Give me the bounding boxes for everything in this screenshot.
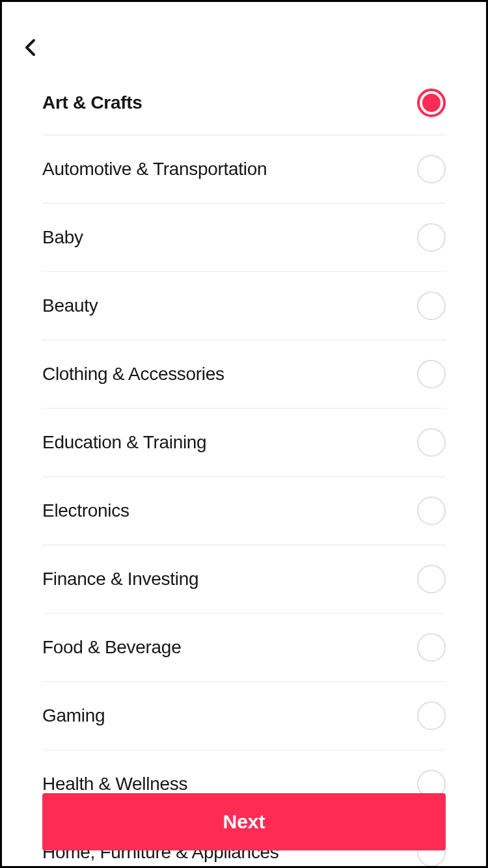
radio-button[interactable] [417,360,446,388]
radio-button[interactable] [417,223,446,252]
category-item[interactable]: Automotive & Transportation [42,135,446,204]
radio-button[interactable] [417,292,446,320]
category-label: Gaming [42,705,105,726]
radio-button[interactable] [417,428,446,457]
category-list: Art & CraftsAutomotive & TransportationB… [2,70,486,868]
category-label: Education & Training [42,432,206,453]
radio-button[interactable] [417,496,446,525]
category-item[interactable]: Education & Training [42,409,446,477]
radio-button[interactable] [417,633,446,662]
radio-button[interactable] [417,155,446,183]
category-label: Food & Beverage [42,637,181,658]
category-item[interactable]: Gaming [42,682,446,750]
back-icon[interactable] [21,38,41,57]
category-label: Electronics [42,500,129,521]
category-item[interactable]: Art & Crafts [42,70,446,135]
category-label: Clothing & Accessories [42,364,224,385]
category-label: Automotive & Transportation [42,159,267,180]
category-item[interactable]: Baby [42,204,446,272]
category-label: Beauty [42,295,98,316]
category-label: Finance & Investing [42,569,198,590]
category-item[interactable]: Food & Beverage [42,614,446,682]
category-item[interactable]: Clothing & Accessories [42,340,446,409]
category-label: Art & Crafts [42,92,142,113]
category-label: Baby [42,227,83,248]
category-item[interactable]: Beauty [42,272,446,340]
category-item[interactable]: Finance & Investing [42,545,446,614]
category-item[interactable]: Electronics [42,477,446,545]
radio-button[interactable] [417,701,446,730]
category-label: Health & Wellness [42,774,187,794]
radio-button[interactable] [417,565,446,593]
next-button-label: Next [223,811,265,833]
radio-button[interactable] [417,88,446,117]
next-button[interactable]: Next [42,793,446,850]
header [2,2,486,70]
